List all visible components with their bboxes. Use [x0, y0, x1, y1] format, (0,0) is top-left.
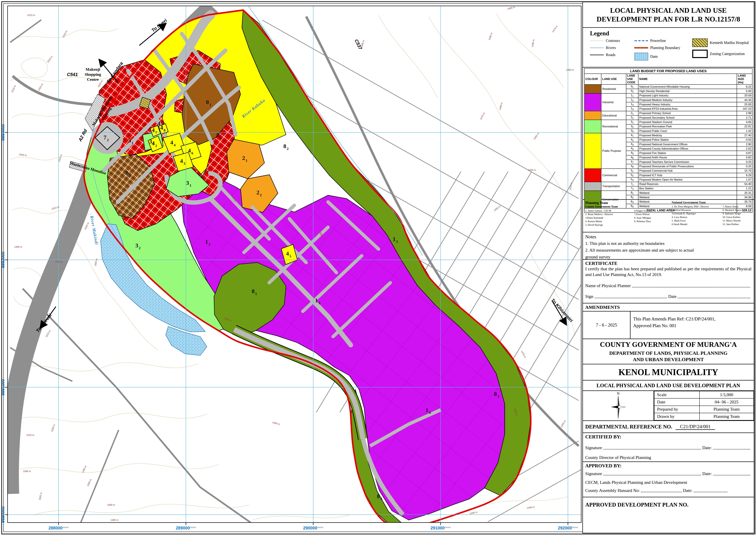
land-use-name: National Government Affordable Housing: [638, 84, 737, 89]
land-size: 9.29: [737, 173, 752, 177]
certificate-title: CERTIFICATE: [585, 261, 751, 266]
meta-row: Prepared byPlanning Team: [654, 406, 754, 413]
legend-item-zoning: Zoning Categorization: [692, 50, 749, 58]
land-use-name: Wetland: [638, 191, 737, 195]
amendments-table: 7 - 6 - 2025 This Plan Amends Plan Ref: …: [583, 312, 754, 339]
prepared-by-value: Planning Team: [699, 406, 754, 413]
land-size: 8.22: [737, 84, 752, 89]
land-use-code: 31: [626, 120, 638, 124]
legend-item-planning-boundary: Planning Boundary: [634, 45, 690, 50]
planning-boundary-icon: [634, 47, 648, 49]
colour-swatch: [584, 94, 601, 111]
north-arrow-icon: N: [606, 392, 631, 420]
land-use-code: 48: [626, 164, 638, 168]
land-use-code: 45: [626, 151, 638, 155]
col-code: LAND USE CODE: [626, 74, 638, 84]
land-budget-table: LAND BUDGET FOR PROPOSED LAND USES COLOU…: [584, 68, 752, 213]
land-use-name: Proposed Primary School: [638, 111, 737, 115]
land-use-name: Proposed Directorate of Public Prosecuti…: [638, 164, 737, 168]
river-line-icon: [590, 47, 604, 49]
team-member: 5. David Njoroge: [585, 223, 633, 227]
land-use-code: 44: [626, 146, 638, 151]
colour-swatch: [584, 182, 601, 191]
colour-swatch: [584, 120, 601, 133]
land-use-category: Commercial: [601, 169, 626, 182]
county-team-list-2: 6.Wageci Gakuna7.Zowe Wilson8. Isaac Mbu…: [634, 209, 652, 227]
road-line-icon: [590, 54, 604, 56]
team-member: 8. Isaac Mbugua: [634, 216, 652, 220]
approved-plan-section: APPROVED DEVELOPMENT PLAN NO.: [583, 497, 754, 533]
organization-section: COUNTY GOVERNMENT OF MURANG'A DEPARTMENT…: [583, 339, 754, 364]
meta-table: Scale1:5,000 Date04- 06 - 2025 Prepared …: [654, 391, 754, 420]
team-member: 7..Nancy Auma: [722, 205, 742, 208]
north-label: N: [617, 392, 620, 396]
certificate-section: CERTIFICATE I certify that the plan has …: [583, 260, 754, 303]
col-name: NAME: [638, 74, 737, 84]
land-use-code: 41: [626, 133, 638, 137]
land-size: 22.81: [737, 125, 752, 129]
land-budget-row: Industrial11Proposed Light Industry33.59: [584, 94, 752, 98]
land-size: 2.90: [737, 142, 752, 146]
note-line: 1. This plan is not an authority on boun…: [585, 240, 751, 247]
land-budget-row: Commercial51Proposed Commercial Hub15.70: [584, 169, 752, 173]
land-use-name: Proposed Light Industry: [638, 94, 737, 98]
hospital-hatch-icon: [692, 39, 708, 47]
land-budget-title: LAND BUDGET FOR PROPOSED LAND USES: [584, 68, 752, 73]
amendment-text-line: This Plan Amends Plan Ref: C21/DP/24/001…: [633, 316, 751, 322]
land-use-code: 12: [626, 98, 638, 102]
land-use-code: 13: [626, 102, 638, 106]
meta-row: Drawn byPlanning Team: [654, 413, 754, 420]
land-use-code: 51: [626, 169, 638, 173]
land-use-name: Proposed Fire Station: [638, 151, 737, 155]
land-use-code: 32: [626, 125, 638, 129]
land-use-name: Proposed Teachers Service Commission: [638, 160, 737, 164]
land-size: 5.00: [737, 89, 752, 93]
land-use-code: 46: [626, 155, 638, 160]
land-use-name: Proposed Modern Open-Air Market: [638, 177, 737, 182]
team-member: 3.Denis Kamande: [585, 216, 633, 220]
national-team-list-2: 7..Nancy Auma8. Meshack Ngava9. Ephraim …: [722, 205, 742, 226]
date-value: 04- 06 - 2025: [699, 398, 754, 406]
legend-label: Kenneth Matiba Hospital: [710, 41, 749, 45]
colour-swatch: [584, 84, 601, 94]
land-use-code: 71: [626, 182, 638, 186]
legend-label: Zoning Categorization: [710, 52, 745, 56]
department-title: DEPARTMENT OF LANDS, PHYSICAL PLANNING A…: [585, 350, 751, 363]
land-use-name: Proposed Police Station: [638, 138, 737, 142]
legend-label: Contours: [606, 39, 620, 43]
planner-name-row: Name of Physical Planner: [585, 283, 751, 288]
land-size: 0.50: [737, 138, 752, 142]
meta-row: Scale1:5,000: [654, 391, 754, 398]
plan-type-section: LOCAL PHYSICAL AND LAND USE DEVELOPMENT …: [583, 380, 754, 391]
amendment-text: This Plan Amends Plan Ref: C21/DP/24/001…: [631, 312, 754, 339]
team-member: 4. Karuru Maina: [585, 220, 633, 223]
legend-label: Rivers: [606, 45, 616, 50]
land-use-code: 11: [626, 94, 638, 98]
team-member: 8. Meshack Ngava: [722, 208, 742, 212]
land-use-code: 02: [626, 89, 638, 93]
legend-label: Roads: [606, 53, 615, 57]
land-budget-row: Conservation81Wetland25.31: [584, 191, 752, 195]
legend-section: Legend Contours Rivers Roads: [583, 28, 754, 68]
reference-value: C21/DP/24/001: [676, 424, 715, 430]
land-use-name: Proposed County Administration Offices: [638, 146, 737, 151]
amendment-date: 7 - 6 - 2025: [583, 312, 631, 339]
notes-section: Notes 1. This plan is not an authority o…: [583, 232, 754, 260]
team-member: 7.Zowe Wilson: [634, 212, 652, 216]
land-size: 25.31: [737, 191, 752, 195]
certificate-body: I certify that the plan has been prepare…: [585, 266, 751, 277]
plan-title: LOCAL PHYSICAL AND LAND USE DEVELOPMENT …: [585, 6, 751, 24]
certified-by-title: CERTIFIED BY:: [585, 434, 751, 439]
land-use-category: Public Purpose: [601, 133, 626, 168]
land-use-code: 01: [626, 84, 638, 89]
land-budget-row: Public Purpose41Proposed Medicity27.40: [584, 133, 752, 137]
approved-signature-row: Signature Date:: [585, 471, 751, 476]
col-colour: COLOUR: [584, 74, 601, 84]
approved-by-title: APPROVED BY:: [585, 463, 751, 468]
land-use-name: Proposed Commercial Hub: [638, 169, 737, 173]
land-use-code: 33: [626, 129, 638, 133]
amendments-header: AMENDMENTS: [583, 303, 754, 312]
meta-section: N Scale1:5,000 Date04- 06 - 2025 Prepare…: [583, 391, 754, 421]
land-size: 1.21: [737, 186, 752, 191]
land-use-code: 43: [626, 142, 638, 146]
